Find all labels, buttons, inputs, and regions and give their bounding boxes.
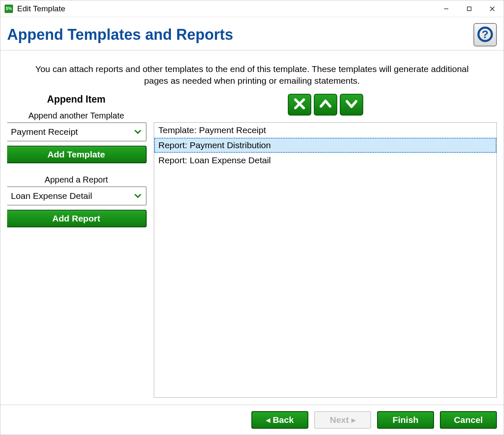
footer: ◀ Back Next ▶ Finish Cancel: [0, 404, 504, 435]
chevron-down-icon: [345, 97, 358, 112]
window-title: Edit Template: [17, 4, 65, 13]
svg-rect-1: [467, 7, 471, 10]
chevron-up-icon: [319, 97, 332, 112]
append-item-heading: Append Item: [47, 94, 105, 105]
back-button[interactable]: ◀ Back: [251, 411, 308, 429]
add-template-button[interactable]: Add Template: [7, 146, 147, 163]
report-combobox[interactable]: Loan Expense Detail: [7, 186, 147, 206]
chevron-down-icon: [134, 192, 142, 200]
content-row: Append Item Append another Template Paym…: [7, 94, 497, 398]
list-item[interactable]: Template: Payment Receipt: [154, 123, 496, 138]
add-report-label: Add Report: [52, 214, 100, 224]
body: You can attach reports and other templat…: [0, 51, 504, 404]
titlebar: $% Edit Template: [0, 0, 504, 17]
delete-icon: [293, 97, 306, 112]
back-label: Back: [273, 415, 294, 425]
next-label: Next: [330, 415, 349, 425]
minimize-button[interactable]: [434, 0, 457, 17]
finish-label: Finish: [393, 415, 419, 425]
list-item[interactable]: Report: Payment Distribution: [154, 138, 496, 153]
template-combobox-value: Payment Receipt: [11, 127, 78, 137]
cancel-label: Cancel: [454, 415, 483, 425]
list-item[interactable]: Report: Loan Expense Detail: [154, 153, 496, 168]
template-combobox[interactable]: Payment Receipt: [7, 122, 147, 142]
append-item-panel: Append Item Append another Template Paym…: [7, 94, 154, 398]
page-title: Append Templates and Reports: [7, 26, 473, 44]
report-combobox-value: Loan Expense Detail: [11, 191, 92, 201]
header: Append Templates and Reports ?: [0, 17, 504, 51]
appended-items-listbox[interactable]: Template: Payment ReceiptReport: Payment…: [154, 122, 497, 398]
add-report-button[interactable]: Add Report: [7, 210, 147, 227]
list-panel: Template: Payment ReceiptReport: Payment…: [154, 94, 497, 398]
help-icon: ?: [477, 26, 494, 44]
add-template-label: Add Template: [47, 149, 105, 160]
triangle-right-icon: ▶: [352, 417, 356, 423]
maximize-button[interactable]: [457, 0, 481, 17]
app-icon: $%: [5, 5, 13, 13]
svg-text:?: ?: [482, 28, 488, 41]
cancel-button[interactable]: Cancel: [440, 411, 497, 429]
close-button[interactable]: [481, 0, 504, 17]
move-down-button[interactable]: [340, 94, 363, 116]
finish-button[interactable]: Finish: [377, 411, 434, 429]
list-toolbar: [154, 94, 497, 116]
description-text: You can attach reports and other templat…: [7, 63, 497, 87]
window-controls: [434, 0, 504, 17]
next-button[interactable]: Next ▶: [314, 411, 371, 429]
delete-item-button[interactable]: [288, 94, 311, 116]
template-field-label: Append another Template: [28, 111, 124, 121]
help-button[interactable]: ?: [473, 23, 497, 46]
report-field-label: Append a Report: [44, 175, 108, 185]
chevron-down-icon: [134, 128, 142, 136]
move-up-button[interactable]: [314, 94, 337, 116]
triangle-left-icon: ◀: [266, 417, 270, 423]
